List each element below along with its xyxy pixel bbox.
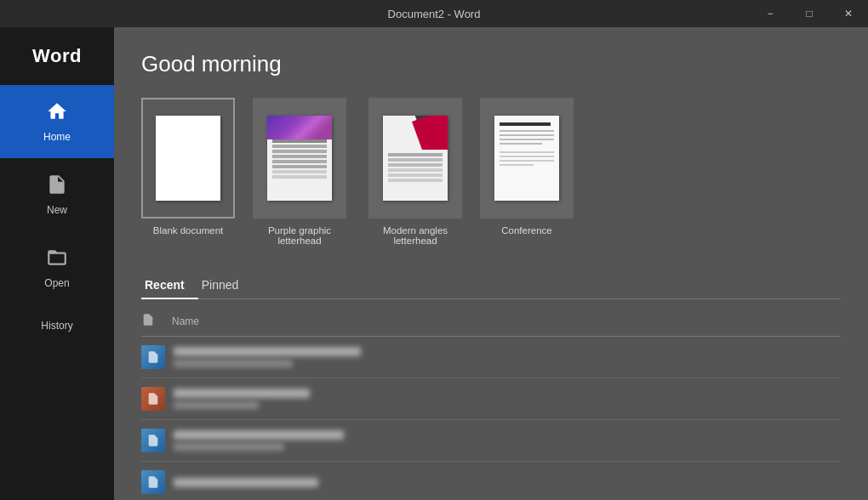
angles-red-shape: [412, 116, 448, 150]
file-row[interactable]: [141, 462, 841, 500]
sidebar-item-home-label: Home: [43, 131, 71, 143]
home-icon: [46, 100, 68, 126]
templates-row: Blank document Purple graphic letterhead: [141, 98, 841, 246]
file-info: [174, 389, 841, 409]
template-purple-thumb: [253, 98, 346, 219]
file-thumbnail: [141, 429, 165, 452]
sidebar-item-history-label: History: [41, 320, 72, 332]
file-meta-blurred: [174, 401, 259, 409]
file-meta-blurred: [174, 360, 293, 367]
file-name-blurred: [174, 389, 310, 398]
purple-letterhead-preview: [267, 116, 332, 201]
angles-content-lines: [388, 153, 443, 156]
file-info: [174, 478, 841, 487]
template-blank[interactable]: Blank document: [141, 98, 235, 246]
file-name-blurred: [174, 478, 318, 487]
window-title: Document2 - Word: [388, 8, 481, 20]
conference-lines: [500, 122, 554, 168]
file-meta-blurred: [174, 443, 284, 451]
section-tabs: Recent Pinned: [141, 273, 841, 299]
template-blank-thumb: [141, 98, 235, 219]
template-angles-label: Modern angles letterhead: [364, 225, 466, 246]
app-body: Word Home New Open: [0, 27, 868, 500]
sidebar-item-open-label: Open: [44, 277, 69, 289]
template-purple-label: Purple graphic letterhead: [248, 225, 351, 246]
greeting: Good morning: [141, 51, 841, 77]
template-conference-thumb: [480, 98, 574, 219]
file-row[interactable]: [141, 378, 841, 420]
template-conference-label: Conference: [501, 225, 551, 236]
file-name-col-header: Name: [172, 315, 841, 327]
sidebar: Word Home New Open: [0, 27, 114, 500]
window-controls: − □ ✕: [751, 0, 868, 27]
sidebar-logo: Word: [0, 27, 114, 85]
file-row[interactable]: [141, 420, 841, 462]
conference-doc-preview: [494, 116, 559, 201]
file-thumbnail: [141, 387, 165, 411]
title-bar: Document2 - Word − □ ✕: [0, 0, 868, 27]
files-table: Name: [141, 310, 841, 500]
open-icon: [46, 247, 68, 272]
files-header: Name: [141, 310, 841, 337]
sidebar-item-new-label: New: [47, 204, 67, 216]
template-blank-label: Blank document: [153, 225, 223, 236]
maximize-button[interactable]: □: [790, 0, 829, 27]
blank-doc-preview: [156, 116, 220, 201]
tab-pinned[interactable]: Pinned: [198, 273, 253, 298]
sidebar-item-home[interactable]: Home: [0, 85, 114, 158]
file-thumbnail: [141, 470, 165, 494]
file-info: [174, 430, 841, 451]
file-icon-col-header: [141, 313, 172, 329]
app-name: Word: [32, 45, 82, 67]
file-row[interactable]: [141, 337, 841, 378]
new-icon: [46, 173, 68, 199]
template-conference[interactable]: Conference: [480, 98, 574, 246]
file-info: [174, 347, 841, 367]
sidebar-item-new[interactable]: New: [0, 158, 114, 231]
template-purple-letterhead[interactable]: Purple graphic letterhead: [248, 98, 351, 246]
file-name-blurred: [174, 347, 361, 356]
template-modern-angles[interactable]: Modern angles letterhead: [364, 98, 466, 246]
main-content: Good morning Blank document Purple graph…: [114, 27, 868, 500]
file-name-blurred: [174, 430, 344, 440]
angles-top-area: [383, 116, 448, 150]
file-thumbnail: [141, 345, 165, 369]
angles-letterhead-preview: [383, 116, 448, 201]
tab-recent[interactable]: Recent: [141, 273, 198, 298]
minimize-button[interactable]: −: [751, 0, 790, 27]
sidebar-item-open[interactable]: Open: [0, 231, 114, 304]
template-angles-thumb: [368, 98, 462, 219]
sidebar-item-history[interactable]: History: [0, 304, 114, 347]
close-button[interactable]: ✕: [829, 0, 868, 27]
